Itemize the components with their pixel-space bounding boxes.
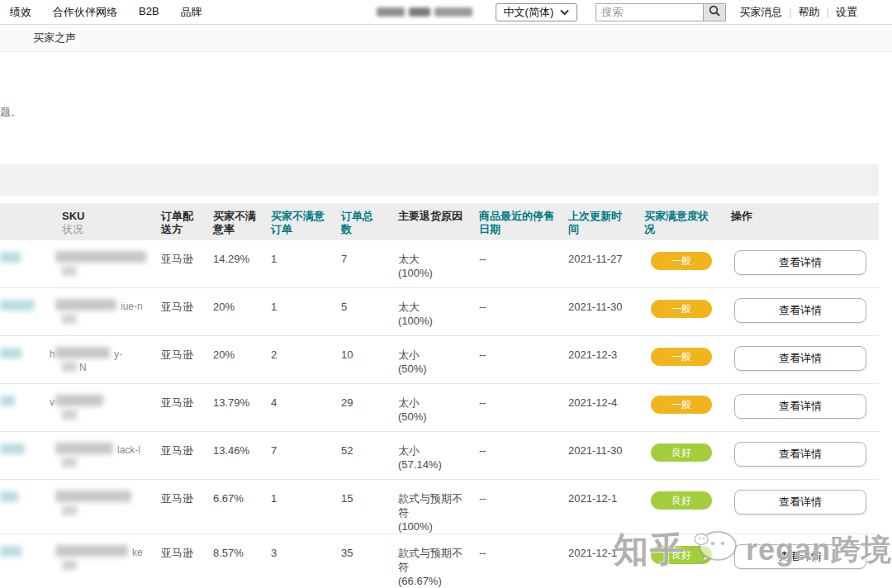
search-icon [709,5,720,19]
topnav-right-group: 中文(简体) 买家消息 | 帮助 | 设置 [377,3,857,21]
sku-text-fragment: N [79,361,87,375]
last-updated-cell: 2021-12-4 [568,384,644,431]
chevron-down-icon [560,6,569,18]
sku-cell: iue-n [0,288,161,335]
settings-link[interactable]: 设置 [836,5,857,20]
view-details-button[interactable]: 查看详情 [734,394,866,419]
blurred-product-title [55,347,110,358]
table-body: 亚马逊 14.29% 1 7 太大 (100%) -- 2021-11-27 一… [0,240,879,588]
sku-text-fragment: ke [132,546,143,560]
carrier-cell: 亚马逊 [161,240,213,287]
return-reason-cell: 太小 (50%) [398,384,479,431]
return-reason-cell: 太小 (57.14%) [398,432,479,479]
sku-text-fragment: h [50,348,55,362]
header-return-reason: 主要退货原因 [398,203,479,240]
return-reason-text: 太小 [398,396,467,410]
header-dissatisfied-orders[interactable]: 买家不满意订单 [271,203,341,240]
sku-cell [0,240,161,287]
search-box [595,3,726,21]
divider: | [827,6,829,18]
header-carrier: 订单配送方 [161,203,213,240]
return-reason-cell: 太小 (50%) [398,336,479,383]
search-input[interactable] [595,3,703,21]
last-updated-cell: 2021-12-1 [568,480,644,533]
blurred-asin-link[interactable] [0,252,21,263]
dissatisfied-orders-cell: 1 [271,288,341,335]
menu-item-performance[interactable]: 绩效 [10,5,31,20]
sku-cell: h y- N [0,336,161,383]
search-button[interactable] [703,3,726,21]
blurred-asin-link[interactable] [0,443,25,454]
blurred-asin-link[interactable] [0,348,21,358]
dissatisfied-orders-cell: 1 [271,480,341,533]
action-cell: 查看详情 [731,534,879,588]
intro-text-fragment: 题。 [0,105,892,120]
menu-item-brands[interactable]: 品牌 [181,5,202,20]
table-row: iue-n 亚马逊 20% 1 5 太大 (100%) -- 2021-11-3… [0,288,879,336]
dissatisfaction-rate-cell: 13.79% [213,384,271,431]
csat-status-cell: 一般 [644,288,731,335]
voc-table: SKU 状况 订单配送方 买家不满意率 买家不满意订单 订单总数 主要退货原因 … [0,203,879,588]
dissatisfied-orders-cell: 1 [271,240,341,287]
blurred-asin-link[interactable] [0,396,15,406]
view-details-button[interactable]: 查看详情 [734,544,866,569]
header-stop-sale-date[interactable]: 商品最近的停售日期 [479,203,568,240]
view-details-button[interactable]: 查看详情 [734,346,866,371]
header-last-updated[interactable]: 上次更新时间 [568,203,644,240]
total-orders-cell: 5 [341,288,398,335]
sku-cell: v [0,384,161,431]
csat-status-badge: 良好 [651,443,712,462]
blurred-asin-link[interactable] [0,300,35,311]
menu-item-partner-network[interactable]: 合作伙伴网络 [53,5,117,20]
last-updated-cell: 2021-11-30 [568,432,644,479]
return-reason-percent: (50%) [398,362,467,376]
main-menu: 绩效 合作伙伴网络 B2B 品牌 [10,5,202,20]
csat-status-cell: 一般 [644,336,731,383]
return-reason-text: 款式与预期不符 [398,491,467,519]
csat-status-cell: 一般 [644,384,731,431]
header-csat-status[interactable]: 买家满意度状况 [644,203,731,240]
blurred-asin-link[interactable] [0,546,21,557]
buyer-messages-link[interactable]: 买家消息 [739,5,782,20]
return-reason-text: 太大 [398,252,467,266]
dissatisfaction-rate-cell: 13.46% [213,432,271,479]
action-cell: 查看详情 [731,288,879,335]
dissatisfaction-rate-cell: 8.57% [213,534,271,588]
csat-status-badge: 一般 [651,396,712,414]
blurred-asin-link[interactable] [0,491,18,502]
action-cell: 查看详情 [731,432,879,479]
stop-sale-date-cell: -- [479,336,568,383]
sku-text-fragment: y- [114,348,122,362]
csat-status-badge: 一般 [651,300,712,318]
menu-item-b2b[interactable]: B2B [139,5,159,20]
view-details-button[interactable]: 查看详情 [734,490,866,514]
topnav-links: 买家消息 | 帮助 | 设置 [739,5,857,20]
tab-voice-of-customer[interactable]: 买家之声 [33,31,76,45]
return-reason-percent: (100%) [398,266,467,280]
action-cell: 查看详情 [731,480,879,533]
blurred-product-title-line2 [62,362,77,372]
header-total-orders[interactable]: 订单总数 [341,203,398,240]
sku-cell: ke [0,534,161,588]
action-cell: 查看详情 [731,384,879,431]
help-link[interactable]: 帮助 [799,5,820,20]
carrier-cell: 亚马逊 [161,384,213,431]
blurred-product-title [55,251,146,263]
language-selector[interactable]: 中文(简体) [496,3,578,21]
stop-sale-date-cell: -- [479,288,568,335]
carrier-cell: 亚马逊 [161,336,213,383]
blurred-store-name [377,7,472,17]
view-details-button[interactable]: 查看详情 [734,250,866,275]
dissatisfied-orders-cell: 7 [271,432,341,479]
view-details-button[interactable]: 查看详情 [734,442,866,467]
return-reason-cell: 太大 (100%) [398,288,479,335]
return-reason-percent: (66.67%) [398,574,467,588]
return-reason-percent: (50%) [398,410,467,424]
csat-status-badge: 良好 [651,546,712,564]
view-details-button[interactable]: 查看详情 [734,298,866,323]
table-header-row: SKU 状况 订单配送方 买家不满意率 买家不满意订单 订单总数 主要退货原因 … [0,203,879,240]
total-orders-cell: 35 [341,534,398,588]
csat-status-cell: 良好 [644,432,731,479]
total-orders-cell: 15 [341,480,398,533]
carrier-cell: 亚马逊 [161,288,213,335]
